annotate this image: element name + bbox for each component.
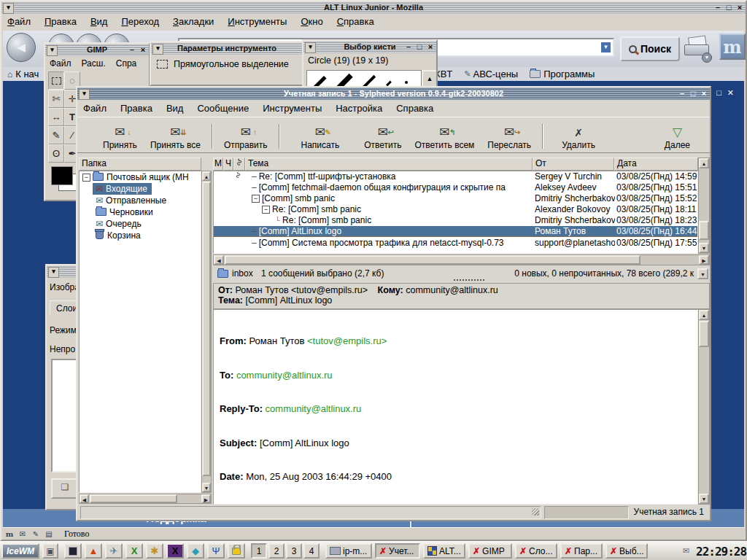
body-scrollbar-vertical[interactable]: [698, 309, 710, 505]
list-scrollbar-horizontal[interactable]: [213, 254, 710, 265]
menu-help[interactable]: Справка: [337, 16, 374, 27]
task-sylpheed[interactable]: ✗ Учет...: [375, 543, 420, 559]
search-button[interactable]: Поиск: [620, 36, 680, 61]
print-button[interactable]: ▼: [683, 35, 713, 61]
window-menu-icon[interactable]: [79, 89, 90, 100]
menu-view[interactable]: Вид: [90, 16, 108, 27]
layers-titlebar[interactable]: [47, 265, 79, 278]
close-icon[interactable]: [735, 3, 744, 12]
scroll-down-icon[interactable]: [699, 494, 709, 504]
syl-menu-help[interactable]: Справка: [396, 103, 433, 114]
back-button[interactable]: ◀: [7, 33, 36, 62]
message-row[interactable]: Re: [Comm] ttf-шрифты-установка Sergey V…: [214, 171, 697, 182]
launcher-flame[interactable]: ▲: [85, 543, 102, 559]
flip-tool[interactable]: ↔: [48, 108, 64, 126]
window-menu-icon[interactable]: [152, 44, 163, 55]
scroll-left-icon[interactable]: [80, 494, 89, 503]
scrollbar-thumb[interactable]: [202, 182, 211, 476]
column-from[interactable]: От: [533, 158, 614, 171]
launcher-tools[interactable]: ✱: [146, 543, 163, 559]
expander-icon[interactable]: [82, 174, 90, 182]
pencil-tool[interactable]: ✎: [48, 126, 64, 144]
mail-check-icon[interactable]: ✉: [683, 546, 689, 556]
scroll-down-icon[interactable]: [202, 483, 211, 492]
scroll-right-icon[interactable]: [699, 255, 709, 265]
rect-select-tool[interactable]: [48, 71, 64, 90]
pane-splitter-handle[interactable]: [454, 279, 484, 281]
blur-tool[interactable]: ʘ: [48, 144, 64, 163]
menu-window[interactable]: Окно: [301, 16, 322, 27]
folder-tree[interactable]: Почтовый ящик (МН ✉Входящие ✉Отправленны…: [79, 171, 201, 493]
reply-button[interactable]: ✉↩ Ответить: [357, 125, 408, 150]
bg-close-icon[interactable]: ✕: [727, 88, 734, 98]
task-mozilla[interactable]: ALT...: [423, 543, 465, 559]
syl-menu-tools[interactable]: Инструменты: [263, 103, 322, 114]
workspace-3-button[interactable]: 3: [286, 543, 302, 559]
scrollbar-thumb[interactable]: [225, 255, 640, 265]
column-mark[interactable]: М: [213, 158, 223, 171]
mozilla-titlebar[interactable]: ALT Linux Junior - Mozilla: [1, 1, 746, 14]
column-date[interactable]: Дата: [614, 158, 698, 171]
receive-button[interactable]: ✉↓ Принять: [96, 125, 144, 150]
thread-collapse-icon[interactable]: [262, 206, 270, 214]
folder-queue[interactable]: ✉Очередь: [93, 218, 201, 230]
hdr-replyto-link[interactable]: community@altlinux.ru: [266, 403, 362, 414]
message-list[interactable]: Re: [Comm] ttf-шрифты-установка Sergey V…: [213, 171, 698, 254]
scroll-up-icon[interactable]: [202, 171, 211, 181]
syl-menu-file[interactable]: Файл: [83, 103, 107, 114]
scroll-right-icon[interactable]: [201, 494, 211, 503]
start-button[interactable]: IceWM: [1, 543, 39, 559]
forward-button[interactable]: ✉↪ Переслать: [481, 125, 538, 150]
url-dropdown-icon[interactable]: ▼: [601, 42, 611, 52]
brush-preview-strip[interactable]: [306, 70, 422, 88]
task-tool-options[interactable]: ✗ Пар...: [560, 543, 603, 559]
column-subject[interactable]: Тема: [245, 158, 533, 171]
launcher-lock[interactable]: [228, 543, 245, 559]
menu-file[interactable]: Файл: [7, 16, 31, 27]
workspace-2-button[interactable]: 2: [268, 543, 285, 559]
launcher-terminal[interactable]: [64, 543, 82, 559]
folder-root[interactable]: Почтовый ящик (МН: [80, 171, 201, 183]
column-attachment[interactable]: [233, 158, 245, 171]
delete-button[interactable]: ✗ Удалить: [555, 125, 602, 150]
message-row[interactable]: [Comm] smb panic Dmitriy Shcherbakov 03/…: [214, 193, 697, 204]
scroll-left-icon[interactable]: [214, 255, 224, 265]
folder-scrollbar-horizontal[interactable]: [79, 494, 212, 504]
free-select-tool[interactable]: ✄: [48, 90, 64, 108]
summary-dropdown-icon[interactable]: [697, 268, 708, 279]
message-row[interactable]: [Comm] fetchmail-daemon общая конфигурац…: [214, 182, 697, 193]
window-menu-icon[interactable]: [305, 42, 316, 53]
gimp-menu-help[interactable]: Спра: [116, 58, 137, 69]
scrollbar-thumb[interactable]: [699, 321, 709, 347]
menu-go[interactable]: Переход: [121, 16, 159, 27]
maximize-icon[interactable]: [415, 42, 424, 52]
tool-options-titlebar[interactable]: Параметры инструменто: [151, 42, 303, 55]
syl-menu-edit[interactable]: Правка: [120, 103, 152, 114]
task-layers[interactable]: ✗ Сло...: [515, 543, 557, 559]
brush-scroll-button[interactable]: ▲: [422, 70, 438, 88]
minimize-icon[interactable]: [128, 45, 136, 55]
launcher-package[interactable]: ◆: [187, 543, 204, 559]
bookmark-programs[interactable]: Программы: [543, 69, 595, 79]
message-row-selected[interactable]: [Comm] AltLinux logo Роман Тутов 03/08/2…: [214, 226, 697, 237]
menu-edit[interactable]: Правка: [44, 16, 77, 27]
reply-all-button[interactable]: ✉↰ Ответить всем: [409, 125, 481, 150]
maximize-icon[interactable]: [724, 3, 733, 12]
thread-collapse-icon[interactable]: [252, 195, 260, 203]
scroll-down-icon[interactable]: [699, 243, 709, 253]
bg-maximize-icon[interactable]: □: [716, 88, 721, 98]
folder-inbox[interactable]: ✉Входящие: [93, 183, 201, 195]
window-menu-icon[interactable]: [48, 267, 59, 278]
clock[interactable]: 22:29:28: [696, 545, 746, 559]
hdr-from-link[interactable]: <tutov@empils.ru>: [307, 335, 387, 346]
column-unread[interactable]: Ч: [223, 158, 233, 171]
bookmark-home[interactable]: К нач: [15, 69, 39, 79]
message-row[interactable]: Re: [Comm] smb panic Alexander Bokovoy 0…: [214, 204, 697, 215]
workspace-4-button[interactable]: 4: [303, 543, 320, 559]
brush-titlebar[interactable]: Выбор кисти: [303, 41, 436, 53]
account-indicator[interactable]: Учетная запись 1: [634, 507, 704, 517]
hdr-to-link[interactable]: community@altlinux.ru: [236, 370, 333, 381]
mail-icon[interactable]: ✉: [17, 529, 28, 539]
mozilla-logo[interactable]: m: [719, 34, 746, 60]
send-button[interactable]: ✉↑ Отправить: [217, 125, 274, 150]
